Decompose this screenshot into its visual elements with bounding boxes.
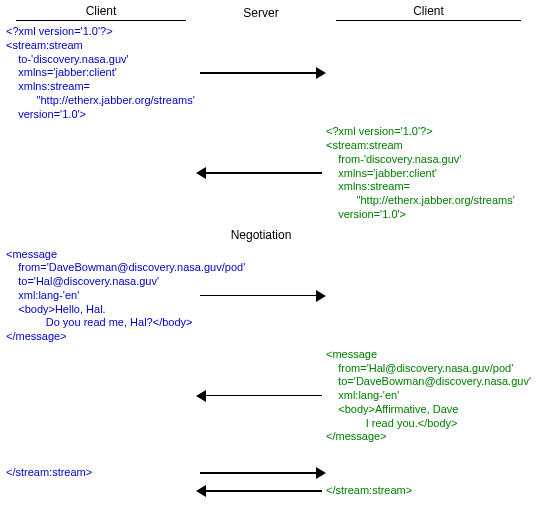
header-rule-right (336, 20, 521, 21)
xml-server-message: <message from='Hal@discovery.nasa.guv/po… (326, 348, 531, 444)
header-client-left: Client (6, 4, 196, 21)
arrow-left-icon (196, 484, 326, 498)
row-server-message: <message from='Hal@discovery.nasa.guv/po… (6, 348, 531, 444)
header-server: Server (196, 5, 326, 20)
row-client-open: <?xml version='1.0'?> <stream:stream to-… (6, 25, 531, 121)
row-negotiation: Negotiation (6, 226, 531, 244)
header-row: Client Server Client (6, 4, 531, 21)
header-client-right-label: Client (413, 4, 444, 18)
sequence-diagram: Client Server Client <?xml version='1.0'… (6, 4, 531, 498)
row-server-open: <?xml version='1.0'?> <stream:stream fro… (6, 125, 531, 221)
row-client-message: <message from='DaveBowman@discovery.nasa… (6, 248, 531, 344)
arrow-left-icon (196, 389, 326, 403)
arrow-left-icon (196, 166, 326, 180)
header-client-right: Client (326, 4, 531, 21)
header-rule-left (16, 20, 186, 21)
arrow-right-icon (196, 289, 326, 303)
arrow-right-icon (196, 466, 326, 480)
xml-client-message: <message from='DaveBowman@discovery.nasa… (6, 248, 196, 344)
header-server-label: Server (196, 5, 326, 20)
row-server-close: </stream:stream> (6, 484, 531, 498)
xml-server-close: </stream:stream> (326, 484, 531, 498)
header-client-left-label: Client (86, 4, 117, 18)
xml-server-open: <?xml version='1.0'?> <stream:stream fro… (326, 125, 531, 221)
row-client-close: </stream:stream> (6, 466, 531, 480)
arrow-right-icon (196, 66, 326, 80)
xml-client-close: </stream:stream> (6, 466, 196, 480)
negotiation-label: Negotiation (196, 226, 326, 244)
xml-client-open: <?xml version='1.0'?> <stream:stream to-… (6, 25, 196, 121)
